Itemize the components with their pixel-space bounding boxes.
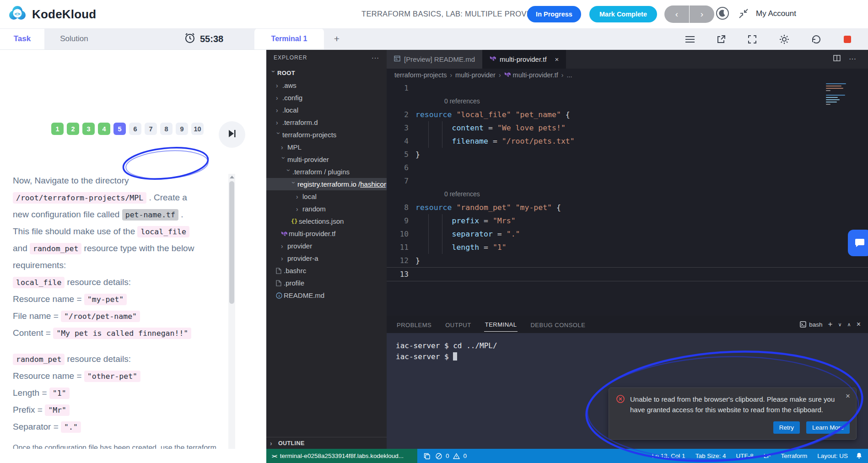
shell-select[interactable]: bash [800, 321, 822, 328]
tab-terminal-1[interactable]: Terminal 1 [254, 28, 324, 49]
tree-item-root[interactable]: ›ROOT [266, 67, 387, 79]
code-line-7[interactable]: 7 [387, 174, 868, 188]
tab-task[interactable]: Task [0, 28, 44, 49]
code-line-6[interactable]: 6 [387, 161, 868, 174]
brand[interactable]: <> KodeKloud [7, 5, 96, 24]
code-line-2[interactable]: 2resource "local_file" "pet_name" { [387, 108, 868, 121]
problems-status[interactable]: 0 0 [424, 449, 467, 463]
learn-more-button[interactable]: Learn More [806, 421, 850, 434]
outline-section[interactable]: › OUTLINE [266, 437, 390, 449]
question-8[interactable]: 8 [160, 123, 173, 135]
panel-tab-terminal[interactable]: TERMINAL [484, 317, 518, 332]
code-line-8[interactable]: 8resource "random_pet" "my-pet" { [387, 201, 868, 214]
status-item-tab-size-4[interactable]: Tab Size: 4 [695, 452, 726, 459]
breadcrumb-item-multi-provider[interactable]: multi-provider [455, 71, 496, 79]
code-line-12[interactable]: 12} [387, 254, 868, 267]
new-terminal-button[interactable]: + [828, 320, 833, 329]
brightness-button[interactable] [779, 34, 790, 45]
tree-item-mpl[interactable]: ›MPL [266, 141, 387, 153]
tree-item-terraform-d[interactable]: ›.terraform.d [266, 116, 387, 129]
code-line-11[interactable]: 11 length = "1" [387, 241, 868, 254]
codelens-row[interactable]: 0 references [387, 188, 868, 201]
tab-solution[interactable]: Solution [44, 28, 104, 49]
session-restart-button[interactable] [811, 34, 822, 45]
tree-item-bashrc[interactable]: .bashrc [266, 264, 387, 277]
status-item-layout-us[interactable]: Layout: US [817, 452, 848, 459]
notifications-bell-icon[interactable] [856, 452, 863, 461]
question-1[interactable]: 1 [51, 123, 64, 135]
code-editor[interactable]: 10 references2resource "local_file" "pet… [387, 81, 868, 316]
tree-item-label-link[interactable]: hashicorp [360, 180, 390, 188]
tree-item-config[interactable]: ›.config [266, 92, 387, 104]
tree-item-readme-md[interactable]: README.md [266, 289, 387, 301]
next-question-button[interactable]: › [690, 5, 714, 23]
question-7[interactable]: 7 [145, 123, 157, 135]
tree-item-local[interactable]: ›local [266, 190, 387, 203]
open-in-new-window-button[interactable] [716, 34, 727, 45]
support-chat-button[interactable] [848, 230, 868, 256]
code-line-10[interactable]: 10 separator = "." [387, 227, 868, 241]
skip-to-end-button[interactable] [219, 121, 245, 148]
scroll-up-icon[interactable] [230, 176, 234, 178]
breadcrumb-item-[interactable]: ... [566, 71, 572, 79]
more-actions-icon[interactable]: ··· [849, 55, 856, 63]
question-2[interactable]: 2 [67, 123, 79, 135]
code-line-3[interactable]: 3 content = "We love pets!" [387, 121, 868, 135]
terminal-dropdown-icon[interactable]: ∨ [838, 322, 842, 328]
panel-tab-debug-console[interactable]: DEBUG CONSOLE [529, 318, 586, 332]
tree-item-selections-json[interactable]: {}selections.json [266, 215, 387, 227]
editor-tab-preview-readme-md[interactable]: [Preview] README.md [387, 49, 482, 69]
panel-tab-output[interactable]: OUTPUT [444, 318, 472, 332]
code-line-5[interactable]: 5} [387, 148, 868, 161]
status-item-ln-13-col-1[interactable]: Ln 13, Col 1 [652, 452, 685, 459]
split-editor-icon[interactable] [833, 54, 841, 64]
tree-item-local[interactable]: ›.local [266, 104, 387, 116]
previous-question-button[interactable]: ‹ [664, 5, 690, 23]
status-item-lf[interactable]: LF [764, 452, 771, 459]
dark-mode-toggle[interactable] [715, 6, 730, 22]
status-item-utf-8[interactable]: UTF-8 [736, 452, 753, 459]
code-line-1[interactable]: 1 [387, 81, 868, 95]
new-terminal-tab-button[interactable]: + [330, 32, 343, 45]
status-item-terraform[interactable]: Terraform [781, 452, 807, 459]
my-account-menu[interactable]: My Account [756, 9, 796, 18]
explorer-actions-button[interactable]: ··· [372, 54, 379, 61]
tree-item-profile[interactable]: .profile [266, 277, 387, 289]
question-3[interactable]: 3 [82, 123, 95, 135]
tree-item-aws[interactable]: ›.aws [266, 79, 387, 92]
close-tab-icon[interactable]: × [555, 55, 559, 63]
tree-item-random[interactable]: ›random [266, 203, 387, 215]
task-scrollbar[interactable] [228, 174, 235, 463]
tree-item-multi-provider[interactable]: ›multi-provider [266, 153, 387, 166]
codelens-references-link[interactable]: 0 references [444, 188, 480, 201]
breadcrumb-item-terraform-projects[interactable]: terraform-projects [394, 71, 447, 79]
stop-lab-button[interactable] [842, 34, 853, 45]
code-line-4[interactable]: 4 filename = "/root/pets.txt" [387, 135, 868, 148]
close-panel-icon[interactable]: × [857, 320, 861, 328]
toast-close-icon[interactable]: × [846, 392, 850, 401]
maximize-panel-icon[interactable]: ∧ [847, 322, 851, 328]
scrollbar-thumb[interactable] [229, 181, 234, 304]
remote-indicator[interactable]: >< terminal-e0258a2533914f8f.labs.kodekl… [266, 449, 423, 463]
fullscreen-button[interactable] [747, 34, 758, 45]
menu-button[interactable] [685, 34, 695, 45]
collapse-view-button[interactable] [736, 6, 751, 22]
breadcrumb-item-multi-provider-tf[interactable]: multi-provider.tf [504, 71, 558, 79]
tree-item-registry-terraform-io-hashicorp[interactable]: ›registry.terraform.io / hashicorp [266, 178, 387, 190]
question-9[interactable]: 9 [176, 123, 188, 135]
question-6[interactable]: 6 [129, 123, 141, 135]
mark-complete-button[interactable]: Mark Complete [589, 6, 657, 22]
tree-item-multi-provider-tf[interactable]: multi-provider.tf [266, 227, 387, 240]
copy-icon[interactable] [424, 453, 430, 459]
code-line-9[interactable]: 9 prefix = "Mrs" [387, 214, 868, 227]
question-4[interactable]: 4 [98, 123, 110, 135]
minimap[interactable] [826, 83, 852, 105]
tree-item-provider-a[interactable]: ›provider-a [266, 252, 387, 264]
codelens-references-link[interactable]: 0 references [444, 95, 480, 108]
panel-tab-problems[interactable]: PROBLEMS [396, 318, 432, 332]
question-5[interactable]: 5 [113, 123, 126, 135]
retry-button[interactable]: Retry [773, 421, 800, 434]
tree-item-terraform-plugins[interactable]: ›.terraform / plugins [266, 166, 387, 178]
codelens-row[interactable]: 0 references [387, 95, 868, 108]
tree-item-terraform-projects[interactable]: ›terraform-projects [266, 129, 387, 141]
